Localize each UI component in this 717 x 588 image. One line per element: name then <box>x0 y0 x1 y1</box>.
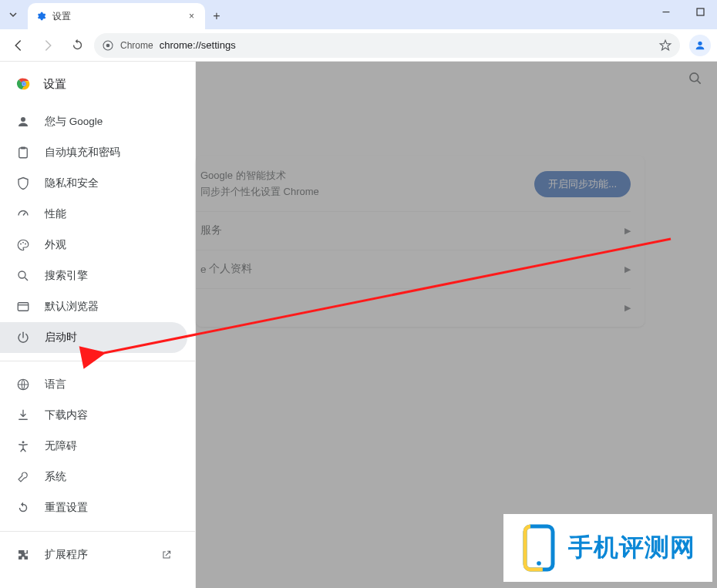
svg-rect-9 <box>19 148 28 158</box>
gauge-icon <box>15 207 31 221</box>
sidebar-item-extensions[interactable]: 扩展程序 <box>0 539 187 570</box>
chrome-logo-icon <box>15 76 32 92</box>
sidebar-item-label: 系统 <box>45 470 66 484</box>
sidebar-item-label: 默认浏览器 <box>45 300 99 314</box>
clipboard-icon <box>15 146 31 160</box>
sidebar-item-search-engine[interactable]: 搜索引擎 <box>0 260 187 291</box>
svg-point-13 <box>25 244 26 245</box>
sidebar-item-label: 下载内容 <box>45 408 88 422</box>
accessibility-icon <box>15 439 31 453</box>
svg-point-2 <box>106 43 110 47</box>
sidebar-item-appearance[interactable]: 外观 <box>0 230 187 260</box>
sidebar-item-label: 重置设置 <box>45 501 88 515</box>
restore-icon <box>15 501 31 515</box>
download-icon <box>15 408 31 422</box>
globe-icon <box>15 378 31 391</box>
dimming-overlay <box>196 62 717 588</box>
gear-icon <box>35 11 46 22</box>
address-bar[interactable]: Chrome chrome://settings <box>94 33 680 58</box>
svg-point-8 <box>21 117 25 122</box>
minimize-button[interactable]: – <box>649 0 683 23</box>
sidebar-item-on-startup[interactable]: 启动时 <box>0 322 187 353</box>
chrome-origin-icon <box>102 39 114 52</box>
sidebar-item-privacy[interactable]: 隐私和安全 <box>0 168 187 199</box>
sidebar-item-label: 外观 <box>45 238 66 252</box>
sidebar-item-label: 性能 <box>45 207 66 221</box>
close-tab-button[interactable]: × <box>186 11 197 22</box>
title-bar: 设置 × + – <box>0 0 717 29</box>
watermark: 手机评测网 <box>505 516 711 580</box>
svg-point-3 <box>698 41 702 45</box>
svg-rect-10 <box>21 147 25 150</box>
svg-point-12 <box>22 242 24 244</box>
origin-chip: Chrome <box>120 40 153 51</box>
sidebar-header: 设置 <box>0 62 195 103</box>
sidebar-divider <box>0 531 195 532</box>
sidebar-item-label: 扩展程序 <box>45 548 88 562</box>
sidebar-item-label: 搜索引擎 <box>45 269 88 283</box>
tab-title: 设置 <box>52 10 71 23</box>
sidebar-item-system[interactable]: 系统 <box>0 462 187 492</box>
svg-point-22 <box>537 561 541 566</box>
svg-point-11 <box>20 244 22 245</box>
person-icon <box>15 115 31 129</box>
reload-button[interactable] <box>65 33 89 58</box>
power-icon <box>15 331 31 344</box>
url-text: chrome://settings <box>160 39 236 51</box>
svg-rect-15 <box>18 303 29 311</box>
sidebar-item-you-and-google[interactable]: 您与 Google <box>0 106 187 137</box>
settings-sidebar: 设置 您与 Google 自动填充和密码 隐私和安全 性能 外观 <box>0 62 196 588</box>
search-icon <box>15 269 31 283</box>
svg-point-14 <box>19 271 25 278</box>
sidebar-item-reset[interactable]: 重置设置 <box>0 492 187 523</box>
external-link-icon <box>161 549 172 560</box>
sidebar-divider <box>0 361 195 361</box>
browser-toolbar: Chrome chrome://settings <box>0 29 717 62</box>
sidebar-item-label: 隐私和安全 <box>45 176 99 190</box>
phone-icon <box>520 523 557 573</box>
browser-icon <box>15 300 31 314</box>
maximize-button[interactable] <box>683 0 717 23</box>
puzzle-icon <box>15 548 31 562</box>
sidebar-item-autofill[interactable]: 自动填充和密码 <box>0 137 187 168</box>
shield-icon <box>15 176 31 190</box>
sidebar-item-languages[interactable]: 语言 <box>0 369 187 400</box>
back-button[interactable] <box>6 33 31 58</box>
new-tab-button[interactable]: + <box>205 3 228 29</box>
wrench-icon <box>15 470 31 484</box>
browser-tab[interactable]: 设置 × <box>28 3 205 29</box>
palette-icon <box>15 238 31 252</box>
sidebar-item-label: 语言 <box>45 378 66 391</box>
svg-point-7 <box>22 82 25 86</box>
settings-main: Google 的智能技术 同步并个性化设置 Chrome 开启同步功能... 服… <box>196 62 717 588</box>
tab-dropdown-icon[interactable] <box>0 0 26 29</box>
sidebar-item-downloads[interactable]: 下载内容 <box>0 400 187 431</box>
profile-avatar[interactable] <box>689 35 711 56</box>
watermark-text: 手机评测网 <box>568 531 695 565</box>
sidebar-item-performance[interactable]: 性能 <box>0 199 187 230</box>
sidebar-item-label: 您与 Google <box>45 115 103 129</box>
sidebar-item-label: 无障碍 <box>45 439 77 453</box>
svg-point-17 <box>22 441 25 443</box>
sidebar-item-label: 启动时 <box>45 331 77 344</box>
settings-layout: 设置 您与 Google 自动填充和密码 隐私和安全 性能 外观 <box>0 62 717 588</box>
forward-button[interactable] <box>35 33 60 58</box>
sidebar-item-accessibility[interactable]: 无障碍 <box>0 431 187 462</box>
svg-rect-0 <box>697 8 704 15</box>
sidebar-title: 设置 <box>43 77 66 92</box>
sidebar-item-label: 自动填充和密码 <box>45 146 120 160</box>
sidebar-item-default-browser[interactable]: 默认浏览器 <box>0 291 187 322</box>
bookmark-star-icon[interactable] <box>658 39 672 52</box>
